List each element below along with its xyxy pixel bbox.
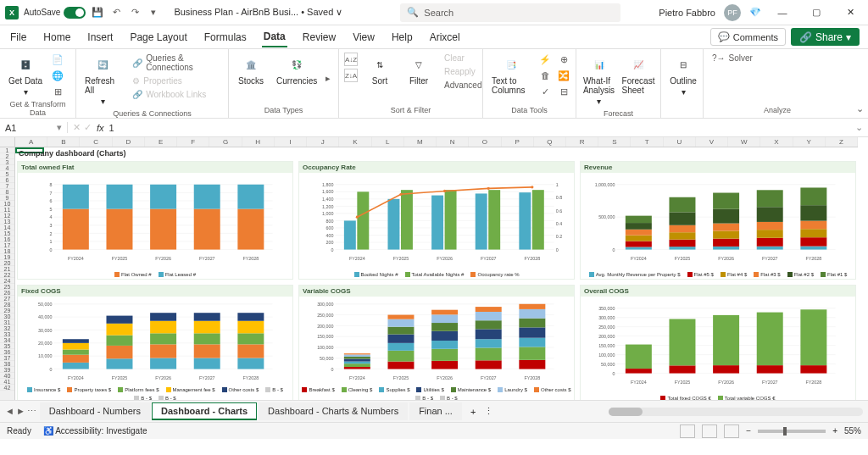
tab-data[interactable]: Data (262, 27, 287, 47)
what-if-button[interactable]: 📊What-If Analysis▾ (581, 53, 616, 108)
svg-text:250,000: 250,000 (598, 325, 615, 330)
chart-card: Total owned Flat012345678FY2024FY2025FY2… (17, 161, 293, 280)
expand-formula-icon[interactable]: ⌄ (855, 122, 863, 133)
text-to-columns-button[interactable]: 📑Text to Columns (488, 53, 533, 97)
forecast-sheet-button[interactable]: 📈Forecast Sheet (621, 53, 655, 97)
svg-rect-196 (431, 331, 458, 341)
from-table-icon[interactable]: ⊞ (51, 85, 64, 98)
flash-fill-icon[interactable]: ⚡ (538, 53, 552, 66)
page-layout-view-button[interactable] (702, 424, 717, 438)
chart-title: Occupancy Rate (299, 162, 574, 173)
column-headers[interactable]: ABCDEFGHIJKLMNOPQRSTUVWXYZ (15, 137, 858, 147)
svg-rect-117 (800, 221, 826, 230)
select-all-corner[interactable] (0, 137, 15, 147)
formula-input[interactable]: 1 (109, 123, 850, 133)
page-break-view-button[interactable] (724, 424, 739, 438)
fx-icon[interactable]: fx (97, 123, 104, 133)
close-button[interactable]: ✕ (837, 3, 863, 23)
svg-text:1,000,000: 1,000,000 (595, 182, 615, 187)
sheet-tab[interactable]: Dashboard - Charts (152, 402, 257, 420)
svg-rect-153 (194, 333, 220, 344)
sheet-tab[interactable]: Dashboard - Numbers (40, 402, 150, 420)
svg-text:FY2026: FY2026 (718, 380, 734, 385)
row-headers[interactable]: 1234567891011121314151617181920212224252… (0, 147, 15, 400)
prev-sheet-icon[interactable]: ◄ (5, 406, 14, 417)
document-title[interactable]: Business Plan - AirBnB Busi... • Saved ∨ (174, 7, 342, 18)
sheet-list-icon[interactable]: ⋯ (27, 406, 36, 417)
tab-insert[interactable]: Insert (86, 28, 114, 47)
autosave-toggle[interactable]: AutoSave (24, 7, 86, 19)
outline-button[interactable]: ⊟Outline▾ (666, 53, 700, 98)
remove-duplicates-icon[interactable]: 🗑 (538, 69, 552, 82)
sheet-tab[interactable]: Finan ... (409, 402, 462, 420)
chart-title: Overall COGS (581, 286, 855, 297)
solver-button[interactable]: ?→ Solver (709, 53, 756, 64)
toggle-on-icon[interactable] (64, 7, 86, 19)
queries-connections-button[interactable]: 🔗 Queries & Connections (129, 53, 223, 73)
undo-icon[interactable]: ↶ (109, 6, 123, 19)
next-sheet-icon[interactable]: ► (16, 406, 25, 417)
diamond-icon[interactable]: 💎 (749, 7, 761, 18)
share-button[interactable]: 🔗 Share ▾ (791, 28, 860, 46)
tab-home[interactable]: Home (42, 28, 72, 47)
svg-rect-100 (713, 247, 739, 250)
data-model-icon[interactable]: ⊟ (557, 85, 570, 98)
svg-rect-110 (757, 222, 783, 230)
svg-rect-70 (488, 190, 500, 249)
zoom-level[interactable]: 55% (844, 426, 861, 436)
svg-text:FY2026: FY2026 (437, 256, 453, 261)
sort-za-icon[interactable]: Z↓A (344, 69, 358, 82)
name-box[interactable]: A1▾ (0, 122, 68, 133)
filter-button[interactable]: ▽Filter (402, 53, 436, 87)
tab-page-layout[interactable]: Page Layout (128, 28, 188, 47)
svg-rect-61 (357, 191, 369, 249)
from-web-icon[interactable]: 🌐 (51, 69, 64, 82)
svg-rect-118 (800, 205, 826, 220)
get-data-button[interactable]: 🗄️Get Data▾ (5, 53, 46, 98)
refresh-all-button[interactable]: 🔄Refresh All▾ (81, 53, 124, 108)
relationships-icon[interactable]: 🔀 (557, 69, 570, 82)
consolidate-icon[interactable]: ⊕ (557, 53, 570, 66)
save-icon[interactable]: 💾 (91, 6, 104, 19)
sheet-tab[interactable]: Dashboard - Charts & Numbers (259, 402, 408, 420)
sort-button[interactable]: ⇅Sort (363, 53, 397, 87)
svg-rect-64 (401, 190, 413, 249)
svg-rect-233 (626, 369, 652, 373)
title-bar: X AutoSave 💾 ↶ ↷ ▾ Business Plan - AirBn… (0, 0, 868, 25)
svg-text:50,000: 50,000 (601, 362, 615, 367)
tab-view[interactable]: View (351, 28, 376, 47)
new-sheet-button[interactable]: + (465, 407, 481, 417)
sheet-tab-options[interactable]: ⋮ (484, 406, 493, 417)
horizontal-scrollbar[interactable] (609, 408, 863, 416)
tab-arixcel[interactable]: Arixcel (428, 28, 462, 47)
accessibility-status[interactable]: ♿ Accessibility: Investigate (43, 426, 147, 436)
svg-rect-105 (713, 193, 739, 209)
data-validation-icon[interactable]: ✓ (538, 85, 552, 98)
svg-text:0: 0 (331, 247, 333, 252)
zoom-slider[interactable] (758, 430, 826, 433)
tab-file[interactable]: File (8, 28, 28, 47)
svg-text:500,000: 500,000 (598, 214, 615, 219)
tab-formulas[interactable]: Formulas (203, 28, 248, 47)
redo-icon[interactable]: ↷ (128, 6, 142, 19)
tab-help[interactable]: Help (390, 28, 415, 47)
currencies-button[interactable]: 💱Currencies (273, 53, 320, 87)
tab-review[interactable]: Review (301, 28, 337, 47)
qat-dropdown-icon[interactable]: ▾ (147, 6, 160, 19)
comments-button[interactable]: 💬 Comments (710, 28, 786, 46)
minimize-button[interactable]: — (770, 3, 795, 23)
user-avatar[interactable]: PF (724, 4, 741, 21)
svg-rect-177 (344, 367, 370, 369)
enter-formula-icon: ✓ (84, 122, 92, 133)
advanced-filter-button[interactable]: Advanced (441, 80, 485, 91)
from-text-icon[interactable]: 📄 (51, 53, 64, 66)
search-input[interactable]: 🔍 Search (400, 3, 620, 22)
normal-view-button[interactable] (680, 424, 695, 438)
zoom-out-button[interactable]: − (746, 426, 751, 436)
maximize-button[interactable]: ▢ (804, 3, 829, 23)
worksheet[interactable]: ABCDEFGHIJKLMNOPQRSTUVWXYZ 1234567891011… (0, 137, 868, 400)
zoom-in-button[interactable]: + (832, 426, 837, 436)
stocks-button[interactable]: 🏛️Stocks (234, 53, 268, 87)
sort-az-icon[interactable]: A↓Z (344, 53, 358, 66)
collapse-ribbon-icon[interactable]: ⌄ (851, 49, 868, 118)
